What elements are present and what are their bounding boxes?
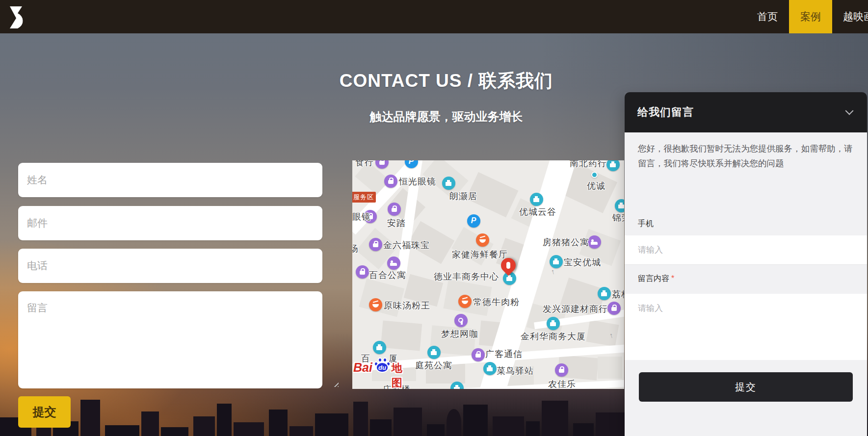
widget-phone-label: 手机 xyxy=(638,219,654,229)
map-poi-bed-icon xyxy=(387,256,400,270)
map-poi-label: 安踏 xyxy=(387,217,406,229)
map-poi-label: 常德牛肉粉 xyxy=(473,296,520,308)
map-poi-bag-icon xyxy=(384,175,397,188)
widget-title: 给我们留言 xyxy=(637,105,694,120)
widget-intro-text: 您好，很抱歉我们暂时无法为您提供服务，如需帮助，请留言，我们将尽快联系并解决您的… xyxy=(638,141,855,171)
chevron-down-icon[interactable] xyxy=(845,107,854,115)
map-poi-bed-icon xyxy=(588,235,601,249)
map-poi-building-icon xyxy=(442,177,455,190)
map-poi-label: 房猪猪公寓 xyxy=(543,236,589,248)
map-poi-label: 原味汤粉王 xyxy=(384,300,430,311)
required-asterisk: * xyxy=(671,274,674,282)
baidu-logo-ditu: 地图 xyxy=(392,361,412,389)
map-poi-label: 眼镜 xyxy=(352,211,371,223)
map-poi-label: 发兴源建材商行 xyxy=(543,303,608,315)
map-poi-label: 广客通信 xyxy=(485,348,523,360)
map-poi-food-icon xyxy=(476,233,489,247)
widget-message-label: 留言内容* xyxy=(638,274,674,284)
road-direction-arrow-icon: ↑ xyxy=(550,267,556,276)
widget-phone-input[interactable] xyxy=(625,235,867,265)
baidu-paw-icon: du xyxy=(374,358,391,373)
map-poi-building-icon xyxy=(615,199,625,212)
map-poi-label: 德业丰商务中心 xyxy=(434,271,499,282)
message-widget: 给我们留言 您好，很抱歉我们暂时无法为您提供服务，如需帮助，请留言，我们将尽快联… xyxy=(625,92,867,436)
site-logo-icon[interactable] xyxy=(4,3,30,30)
map-poi-label: 宝安优城 xyxy=(564,256,601,268)
widget-header[interactable]: 给我们留言 xyxy=(625,92,867,132)
map-poi-bag-icon xyxy=(607,302,621,315)
map-poi-bag-icon xyxy=(388,203,401,216)
map-poi-bag-icon xyxy=(375,160,389,169)
map-poi-net-icon xyxy=(454,314,468,327)
map-poi-label: 荔枝 xyxy=(612,288,624,300)
message-textarea[interactable] xyxy=(18,291,322,388)
map-poi-label: 庭苑公寓 xyxy=(415,359,452,371)
nav-item-brand[interactable]: 越映画 xyxy=(843,0,868,33)
nav-item-home[interactable]: 首页 xyxy=(756,0,779,33)
name-input[interactable] xyxy=(18,163,322,197)
map-poi-label: 优诚 xyxy=(587,180,605,192)
map-poi-label: 农佳乐 xyxy=(548,378,576,389)
map-poi-bag-icon xyxy=(356,265,369,279)
map-poi-p-icon xyxy=(467,214,480,228)
email-input[interactable] xyxy=(18,206,322,240)
map-poi-label: 家健海鲜餐厅 xyxy=(452,249,508,260)
map-poi-label: 南北药行 xyxy=(570,160,607,169)
map-service-area-tag: 服务区 xyxy=(352,192,376,203)
page-title: CONTACT US / 联系我们 xyxy=(25,69,868,93)
top-navbar: 首页 案例 越映画 xyxy=(0,0,868,33)
baidu-logo-bai: Bai xyxy=(353,360,372,375)
map-poi-building-icon xyxy=(550,255,563,268)
map-poi-bag-icon xyxy=(472,348,485,361)
nav-item-cases[interactable]: 案例 xyxy=(789,0,832,33)
map-poi-building-icon xyxy=(606,160,620,171)
map-poi-food-icon xyxy=(369,298,382,311)
baidu-logo-du: du xyxy=(378,364,386,371)
nav-menu: 首页 案例 越映画 xyxy=(756,0,868,33)
map-poi-building-icon xyxy=(530,193,543,206)
map-poi-label: 优城云谷 xyxy=(519,206,556,218)
map-poi-bag-icon xyxy=(369,238,382,251)
map-poi-label: 梦想网咖 xyxy=(441,328,478,340)
baidu-maps-logo: Bai du 地图 xyxy=(353,355,412,375)
submit-button[interactable]: 提交 xyxy=(18,396,71,428)
map-poi-building-icon xyxy=(598,287,611,300)
widget-submit-button[interactable]: 提交 xyxy=(639,372,853,402)
map-poi-label: 锦荣 xyxy=(612,212,624,224)
map-poi-label: 恒光眼镜 xyxy=(399,176,436,187)
map-poi-label: 金六福珠宝 xyxy=(383,239,430,251)
map-poi-label: 百合公寓 xyxy=(369,269,406,281)
widget-message-textarea[interactable] xyxy=(625,294,867,360)
map-poi-building-icon xyxy=(373,341,386,354)
map-poi-label: 朗灏居 xyxy=(449,190,477,202)
map-poi-building-icon xyxy=(427,346,441,359)
phone-input[interactable] xyxy=(18,249,322,283)
map-poi-dot-icon xyxy=(591,172,598,178)
map-poi-label: 菜鸟驿站 xyxy=(497,365,534,377)
map-poi-food-icon xyxy=(458,295,472,308)
page: CONTACT US / 联系我们 触达品牌愿景，驱动业务增长 提交 食行恒光眼… xyxy=(0,0,868,436)
widget-body: 您好，很抱歉我们暂时无法为您提供服务，如需帮助，请留言，我们将尽快联系并解决您的… xyxy=(625,132,867,436)
map-poi-bag-icon xyxy=(555,363,568,377)
baidu-map[interactable]: 食行恒光眼镜朗灏居眼镜安踏南北药行优诚优城云谷锦荣金六福珠宝场百合公寓家健海鲜餐… xyxy=(352,160,624,389)
map-poi-building-icon xyxy=(547,317,560,330)
map-poi-label: 金利华商务大厦 xyxy=(521,331,586,342)
map-poi-label: 食行 xyxy=(355,160,374,168)
map-poi-building-icon xyxy=(483,362,497,375)
map-poi-label: 场 xyxy=(352,243,359,255)
